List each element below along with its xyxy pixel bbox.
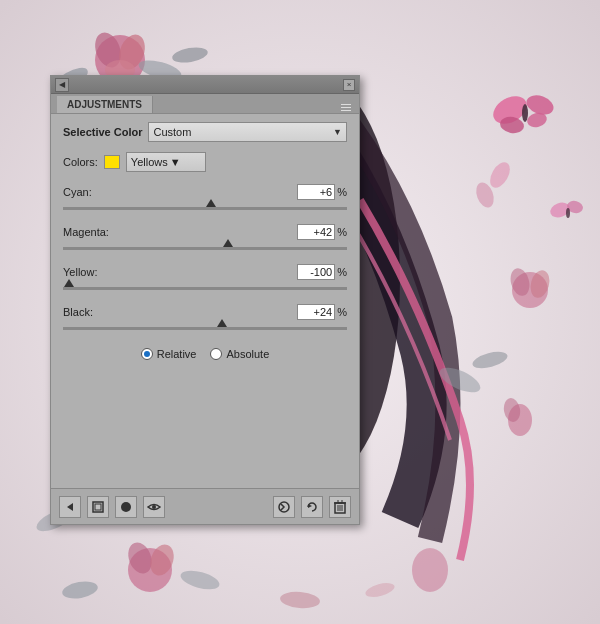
titlebar-left: ◀ [55,78,69,92]
slider-black-percent: % [337,306,347,318]
colors-dropdown[interactable]: Yellows ▼ [126,152,206,172]
slider-cyan-percent: % [337,186,347,198]
colors-label: Colors: [63,156,98,168]
custom-dropdown-value: Custom [153,126,191,138]
svg-point-39 [121,502,131,512]
eye-button[interactable] [143,496,165,518]
reset-button[interactable] [301,496,323,518]
circle-arrow-button[interactable] [273,496,295,518]
slider-magenta-value[interactable]: +42 [297,224,335,240]
radio-relative-circle [141,348,153,360]
panel-content: Selective Color Custom ▼ Colors: Yellows… [51,114,359,368]
adjustments-tab[interactable]: ADJUSTMENTS [57,96,153,113]
slider-cyan-thumb [206,199,216,207]
back-button[interactable] [59,496,81,518]
slider-yellow-track [63,287,347,290]
radio-absolute-label: Absolute [226,348,269,360]
slider-magenta-label: Magenta: [63,226,109,238]
radio-absolute[interactable]: Absolute [210,348,269,360]
slider-magenta-label-row: Magenta: +42 % [63,224,347,240]
svg-point-40 [152,505,156,509]
close-button[interactable]: × [343,79,355,91]
slider-yellow-value[interactable]: -100 [297,264,335,280]
slider-yellow: Yellow: -100 % [63,264,347,294]
radio-row: Relative Absolute [63,348,347,360]
slider-black-thumb [217,319,227,327]
slider-cyan-value[interactable]: +6 [297,184,335,200]
slider-yellow-percent: % [337,266,347,278]
slider-cyan-track-wrap[interactable] [63,202,347,214]
slider-yellow-value-wrap: -100 % [297,264,347,280]
radio-absolute-circle [210,348,222,360]
color-swatch [104,155,120,169]
slider-cyan: Cyan: +6 % [63,184,347,214]
panel-footer [51,488,359,524]
slider-cyan-label: Cyan: [63,186,92,198]
nav-back-button[interactable]: ◀ [55,78,69,92]
circle-button[interactable] [115,496,137,518]
custom-dropdown[interactable]: Custom ▼ [148,122,347,142]
add-layer-button[interactable] [87,496,109,518]
svg-point-14 [522,104,528,122]
slider-magenta: Magenta: +42 % [63,224,347,254]
slider-cyan-track [63,207,347,210]
svg-marker-36 [67,503,73,511]
slider-yellow-label-row: Yellow: -100 % [63,264,347,280]
slider-black-track [63,327,347,330]
slider-magenta-percent: % [337,226,347,238]
slider-black-label: Black: [63,306,93,318]
slider-black-value-wrap: +24 % [297,304,347,320]
slider-yellow-track-wrap[interactable] [63,282,347,294]
slider-yellow-thumb [64,279,74,287]
slider-magenta-value-wrap: +42 % [297,224,347,240]
radio-relative[interactable]: Relative [141,348,197,360]
selective-color-row: Selective Color Custom ▼ [63,122,347,142]
selective-color-label: Selective Color [63,126,142,138]
colors-dropdown-value: Yellows [131,156,168,168]
panel-titlebar: ◀ × [51,76,359,94]
svg-marker-42 [308,504,312,508]
delete-button[interactable] [329,496,351,518]
slider-black-label-row: Black: +24 % [63,304,347,320]
slider-black-track-wrap[interactable] [63,322,347,334]
panel-menu-icon[interactable] [339,101,353,113]
slider-magenta-thumb [223,239,233,247]
slider-black: Black: +24 % [63,304,347,334]
slider-cyan-value-wrap: +6 % [297,184,347,200]
slider-black-value[interactable]: +24 [297,304,335,320]
colors-row: Colors: Yellows ▼ [63,152,347,172]
slider-magenta-track [63,247,347,250]
dropdown-arrow-icon: ▼ [333,127,342,137]
svg-rect-38 [95,504,101,510]
slider-magenta-track-wrap[interactable] [63,242,347,254]
svg-point-30 [412,548,448,592]
colors-dropdown-arrow: ▼ [170,156,181,168]
svg-point-17 [566,208,570,218]
adjustments-panel: ◀ × ADJUSTMENTS Selective Color Custom ▼… [50,75,360,525]
slider-yellow-label: Yellow: [63,266,97,278]
radio-relative-label: Relative [157,348,197,360]
